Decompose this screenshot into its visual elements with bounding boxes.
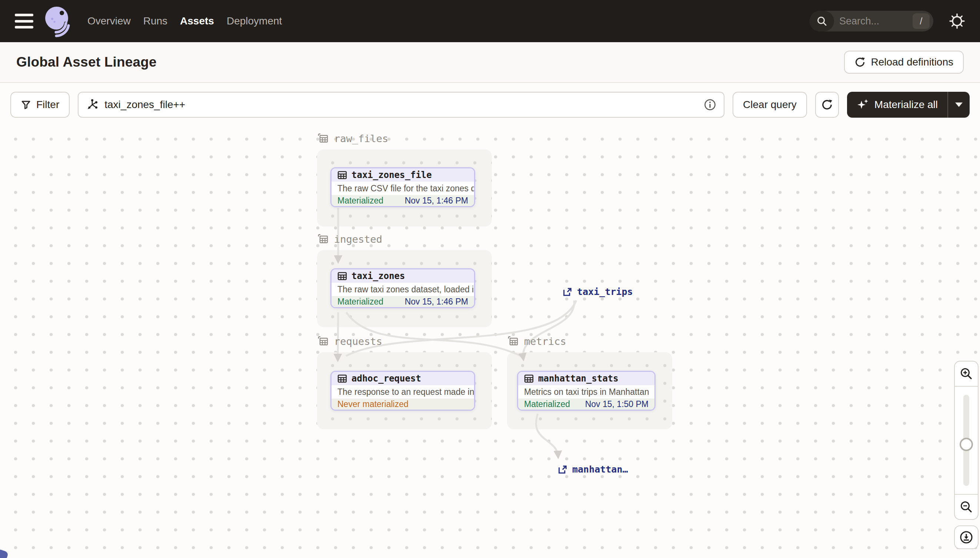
asset-description: Metrics on taxi trips in Manhattan <box>518 385 654 399</box>
external-asset-manhattan-map[interactable]: manhattan… <box>557 464 628 475</box>
materialize-options-dropdown[interactable] <box>948 92 970 118</box>
group-label-raw-files: raw_files <box>317 133 388 144</box>
group-label-ingested: ingested <box>317 233 382 245</box>
zoom-controls <box>954 361 978 520</box>
group-label-requests: requests <box>317 335 382 347</box>
refresh-button[interactable] <box>815 92 839 118</box>
asset-lineage-page: Overview Runs Assets Deployment / <box>0 0 980 558</box>
download-layout-button[interactable] <box>954 525 978 549</box>
search-shortcut-badge: / <box>912 13 930 29</box>
nav-item-runs[interactable]: Runs <box>143 13 168 29</box>
asset-description: The raw taxi zones dataset, loaded int..… <box>331 283 474 296</box>
download-icon <box>959 530 974 545</box>
asset-query-field <box>78 92 725 118</box>
table-group-icon <box>317 233 329 245</box>
asset-node-adhoc-request[interactable]: adhoc_request The response to an request… <box>330 371 475 411</box>
materialization-timestamp[interactable]: Nov 15, 1:46 PM <box>405 196 468 206</box>
asset-name: adhoc_request <box>351 373 421 384</box>
asset-name: taxi_zones <box>351 271 405 281</box>
status-badge: Materialized <box>524 399 570 409</box>
table-icon <box>524 374 534 383</box>
reload-definitions-button[interactable]: Reload definitions <box>844 51 964 74</box>
octopus-logo-icon <box>42 4 73 38</box>
table-icon <box>338 271 347 281</box>
asset-description: The raw CSV file for the taxi zones dat.… <box>331 182 474 195</box>
status-badge: Materialized <box>338 196 383 206</box>
zoom-out-icon <box>959 500 973 514</box>
status-badge: Materialized <box>338 297 383 307</box>
clear-query-button[interactable]: Clear query <box>733 92 807 118</box>
dagster-logo[interactable] <box>42 3 74 39</box>
refresh-icon <box>821 99 833 111</box>
table-group-icon <box>507 335 519 347</box>
asset-node-manhattan-stats[interactable]: manhattan_stats Metrics on taxi trips in… <box>517 371 656 411</box>
search-icon <box>810 11 834 31</box>
query-info-icon[interactable] <box>704 98 716 111</box>
funnel-icon <box>21 100 31 110</box>
asset-node-taxi-zones[interactable]: taxi_zones The raw taxi zones dataset, l… <box>330 268 475 308</box>
asset-name: taxi_zones_file <box>351 170 432 180</box>
zoom-slider[interactable] <box>955 387 978 494</box>
external-asset-taxi-trips[interactable]: taxi_trips <box>562 286 633 297</box>
asset-name: manhattan_stats <box>538 373 619 384</box>
asset-query-input[interactable] <box>104 99 698 111</box>
search-input[interactable] <box>834 16 912 27</box>
nav-links: Overview Runs Assets Deployment <box>87 13 283 29</box>
materialization-timestamp[interactable]: Nov 15, 1:50 PM <box>585 399 649 409</box>
zoom-in-button[interactable] <box>955 361 978 387</box>
nav-item-deployment[interactable]: Deployment <box>226 13 283 29</box>
nav-item-overview[interactable]: Overview <box>87 13 132 29</box>
table-icon <box>338 170 347 180</box>
status-badge: Never materialized <box>338 399 408 409</box>
materialization-timestamp[interactable]: Nov 15, 1:46 PM <box>405 297 468 307</box>
materialize-all-split-button: Materialize all <box>847 92 970 118</box>
sparkles-icon <box>856 98 869 111</box>
zoom-out-button[interactable] <box>955 494 978 519</box>
graph-query-icon <box>86 98 99 111</box>
external-link-icon <box>557 464 568 475</box>
materialize-all-button[interactable]: Materialize all <box>847 92 947 118</box>
nav-item-assets[interactable]: Assets <box>179 13 215 29</box>
external-link-icon <box>562 287 573 297</box>
top-nav: Overview Runs Assets Deployment / <box>0 0 980 42</box>
zoom-in-icon <box>959 367 973 381</box>
asset-description: The response to an request made in th... <box>331 385 474 399</box>
page-header: Global Asset Lineage Reload definitions <box>0 42 980 83</box>
lineage-toolbar: Filter Clear query <box>10 92 970 118</box>
table-icon <box>338 374 347 383</box>
filter-button[interactable]: Filter <box>10 92 70 118</box>
group-label-metrics: metrics <box>507 335 566 347</box>
reload-icon <box>855 57 866 68</box>
asset-node-taxi-zones-file[interactable]: taxi_zones_file The raw CSV file for the… <box>330 167 475 207</box>
page-title: Global Asset Lineage <box>16 54 156 70</box>
table-group-icon <box>317 335 329 347</box>
zoom-slider-handle[interactable] <box>960 438 973 451</box>
global-search[interactable]: / <box>810 11 933 31</box>
chevron-down-icon <box>955 102 963 107</box>
hamburger-menu-icon[interactable] <box>15 14 33 28</box>
table-group-icon <box>317 133 329 144</box>
settings-gear-icon[interactable] <box>947 11 967 31</box>
